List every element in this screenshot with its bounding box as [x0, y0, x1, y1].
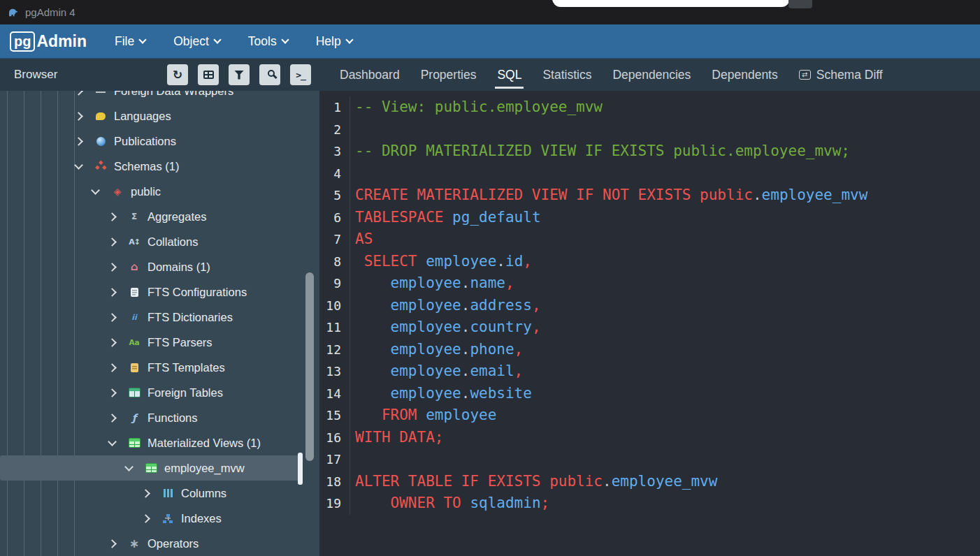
- tree-item-label: Foreign Tables: [147, 386, 223, 400]
- code-token: ,: [514, 341, 524, 358]
- tree-item-aggregates[interactable]: Aggregates: [0, 204, 301, 229]
- logo-pg-box: pg: [10, 31, 35, 52]
- tab-label: Properties: [421, 68, 477, 82]
- line-number: 15: [319, 404, 350, 427]
- tree-item-fts-templates[interactable]: FTS Templates: [0, 355, 301, 380]
- code-token: employee: [391, 385, 461, 402]
- schema-icon: [110, 184, 124, 198]
- tree-scrollbar-thumb[interactable]: [305, 272, 314, 461]
- tree-item-functions[interactable]: Functions: [0, 405, 301, 430]
- tree-item-fts-parsers[interactable]: FTS Parsers: [0, 330, 301, 355]
- code-token: employee: [391, 319, 461, 335]
- menu-file[interactable]: File: [115, 34, 145, 49]
- code-text: employee.name,: [350, 272, 514, 295]
- tab-statistics[interactable]: Statistics: [532, 59, 602, 91]
- menu-object[interactable]: Object: [173, 34, 220, 49]
- menu-help[interactable]: Help: [316, 34, 352, 49]
- tree-item-label: FTS Templates: [147, 361, 225, 374]
- tab-schema-diff[interactable]: ⇄Schema Diff: [788, 59, 893, 91]
- code-token: .: [461, 319, 470, 335]
- chevron-down-icon[interactable]: [74, 161, 83, 170]
- sql-editor[interactable]: 1-- View: public.employee_mvw23-- DROP M…: [319, 91, 980, 556]
- line-number: 7: [319, 228, 350, 251]
- tab-sql[interactable]: SQL: [487, 59, 532, 91]
- func-icon: [127, 411, 141, 425]
- chevron-right-icon[interactable]: [108, 313, 117, 322]
- menu-tools[interactable]: Tools: [248, 34, 288, 49]
- tab-dashboard[interactable]: Dashboard: [329, 59, 410, 91]
- chevron-down-icon: [139, 36, 147, 43]
- tree-item-label: Collations: [147, 235, 198, 249]
- line-number: 13: [319, 360, 350, 383]
- chevron-right-icon[interactable]: [108, 388, 117, 397]
- ftsparse-icon: [127, 335, 141, 349]
- tree-scrollbar-handle[interactable]: [298, 453, 303, 485]
- chevron-right-icon[interactable]: [141, 489, 150, 498]
- chevron-right-icon[interactable]: [74, 91, 83, 95]
- filter-button[interactable]: [229, 64, 250, 85]
- browser-panel-title: Browser: [14, 68, 57, 82]
- tree-item-operators[interactable]: Operators: [0, 531, 301, 556]
- code-line: 11 employee.country,: [319, 316, 980, 339]
- view-data-button[interactable]: [198, 64, 219, 85]
- menu-label: Object: [173, 34, 209, 49]
- tab-dependencies[interactable]: Dependencies: [602, 59, 701, 91]
- chevron-down-icon[interactable]: [91, 186, 100, 195]
- code-line: 14 employee.website: [319, 383, 980, 405]
- tree-item-fts-dictionaries[interactable]: FTS Dictionaries: [0, 305, 301, 330]
- chevron-right-icon[interactable]: [108, 237, 117, 247]
- tab-properties[interactable]: Properties: [410, 59, 487, 91]
- code-line: 2: [319, 119, 980, 141]
- chevron-right-icon[interactable]: [108, 263, 117, 272]
- tab-dependents[interactable]: Dependents: [701, 59, 788, 91]
- tree-item-fts-configurations[interactable]: FTS Configurations: [0, 279, 301, 305]
- menubar: pg Admin FileObjectToolsHelp: [0, 24, 980, 59]
- refresh-button[interactable]: ↻: [167, 64, 188, 85]
- tree-item-foreign-data-wrappers[interactable]: Foreign Data Wrappers: [0, 91, 301, 103]
- code-line: 1-- View: public.employee_mvw: [319, 96, 980, 119]
- tree-item-columns[interactable]: Columns: [0, 481, 301, 506]
- tree-item-label: Functions: [147, 411, 198, 425]
- search-button[interactable]: [259, 64, 280, 85]
- chevron-right-icon[interactable]: [108, 212, 117, 221]
- tree-item-schemas-1[interactable]: Schemas (1): [0, 154, 301, 179]
- tree-item-label: Domains (1): [147, 261, 210, 274]
- code-line: 13 employee.email,: [319, 360, 980, 383]
- tree-item-collations[interactable]: Collations: [0, 229, 301, 254]
- chevron-right-icon[interactable]: [74, 112, 83, 121]
- tree-item-domains-1[interactable]: Domains (1): [0, 254, 301, 279]
- chevron-right-icon[interactable]: [74, 137, 83, 146]
- tree-item-label: public: [131, 185, 161, 198]
- code-token: TABLESPACE: [355, 209, 443, 226]
- tree-item-foreign-tables[interactable]: Foreign Tables: [0, 380, 301, 405]
- tree-item-employee-mvw[interactable]: employee_mvw: [0, 455, 301, 481]
- code-line: 3-- DROP MATERIALIZED VIEW IF EXISTS pub…: [319, 140, 980, 163]
- tab-label: Statistics: [542, 68, 591, 82]
- chevron-down-icon[interactable]: [124, 462, 134, 471]
- chevron-right-icon[interactable]: [108, 288, 117, 297]
- code-token: employee: [391, 363, 461, 379]
- chevron-down-icon[interactable]: [108, 437, 117, 446]
- code-token: [355, 341, 391, 358]
- chevron-right-icon[interactable]: [108, 338, 117, 347]
- code-text: -- DROP MATERIALIZED VIEW IF EXISTS publ…: [350, 140, 850, 163]
- menu-label: Tools: [248, 34, 277, 49]
- tree-item-publications[interactable]: Publications: [0, 129, 301, 154]
- schemas-icon: [94, 159, 108, 173]
- tree-item-languages[interactable]: Languages: [0, 103, 301, 129]
- code-token: employee: [391, 275, 461, 291]
- tree-item-materialized-views-1[interactable]: Materialized Views (1): [0, 430, 301, 455]
- query-tool-button[interactable]: >_: [290, 64, 311, 85]
- code-line: 19 OWNER TO sqladmin;: [319, 492, 980, 515]
- tree-item-public[interactable]: public: [0, 179, 301, 204]
- code-token: ,: [532, 297, 541, 314]
- chevron-right-icon[interactable]: [108, 414, 117, 423]
- code-line: 18ALTER TABLE IF EXISTS public.employee_…: [319, 471, 980, 493]
- chevron-right-icon[interactable]: [141, 514, 150, 523]
- code-token: employee_mvw: [612, 473, 718, 490]
- tree-item-label: Languages: [114, 110, 171, 123]
- chevron-right-icon[interactable]: [108, 363, 117, 372]
- code-text: employee.website: [350, 383, 532, 405]
- tree-item-indexes[interactable]: Indexes: [0, 506, 301, 531]
- chevron-right-icon[interactable]: [108, 539, 117, 548]
